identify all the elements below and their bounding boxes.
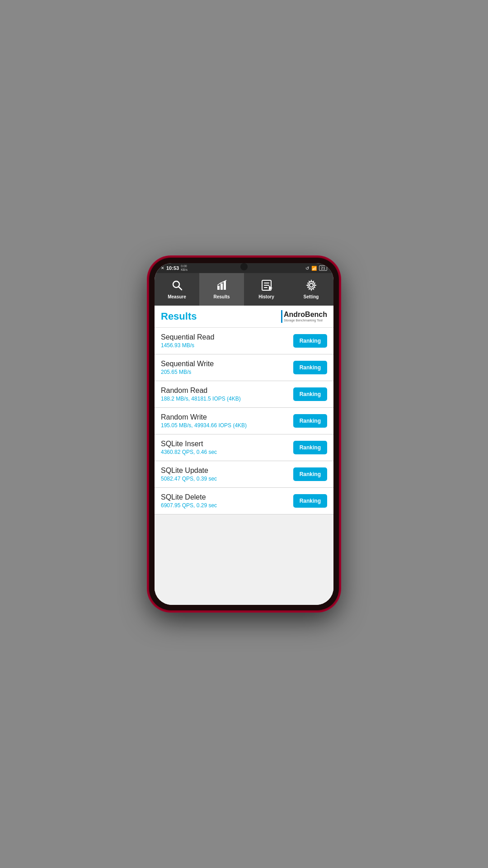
svg-point-11 bbox=[310, 283, 313, 287]
results-header: Results AndroBench Storage Benchmarking … bbox=[155, 306, 333, 328]
phone-shell: ✕ 10:53 0.00 KB/s ↺ 📶 21 bbox=[149, 258, 339, 610]
logo-main-text: AndroBench bbox=[284, 311, 327, 319]
tab-measure-label: Measure bbox=[168, 294, 186, 299]
setting-icon bbox=[305, 279, 317, 293]
benchmark-name: SQLite Delete bbox=[161, 493, 217, 501]
status-time: 10:53 bbox=[166, 265, 179, 271]
tab-measure[interactable]: Measure bbox=[155, 273, 199, 306]
logo-sub-text: Storage Benchmarking Tool bbox=[284, 319, 327, 322]
table-row: SQLite Insert 4360.82 QPS, 0.46 sec Rank… bbox=[155, 434, 333, 461]
table-row: Random Write 195.05 MB/s, 49934.66 IOPS … bbox=[155, 408, 333, 434]
svg-rect-3 bbox=[221, 283, 223, 290]
tab-bar: Measure Results bbox=[155, 273, 333, 306]
table-row: Sequential Read 1456.93 MB/s Ranking bbox=[155, 328, 333, 354]
results-icon bbox=[216, 279, 228, 293]
ranking-button-0[interactable]: Ranking bbox=[293, 334, 327, 348]
tab-results[interactable]: Results bbox=[199, 273, 244, 306]
wifi-icon: 📶 bbox=[311, 266, 317, 271]
status-x-icon: ✕ bbox=[161, 266, 164, 270]
benchmark-value: 6907.95 QPS, 0.29 sec bbox=[161, 502, 217, 509]
main-content: Results AndroBench Storage Benchmarking … bbox=[155, 306, 333, 605]
location-icon: ↺ bbox=[305, 266, 309, 271]
table-row: Sequential Write 205.65 MB/s Ranking bbox=[155, 354, 333, 381]
benchmark-name: Sequential Read bbox=[161, 333, 214, 341]
tab-history-label: History bbox=[258, 294, 274, 299]
status-left: ✕ 10:53 0.00 KB/s bbox=[161, 264, 188, 271]
svg-rect-2 bbox=[217, 286, 220, 290]
phone-screen: ✕ 10:53 0.00 KB/s ↺ 📶 21 bbox=[155, 263, 333, 605]
table-row: Random Read 188.2 MB/s, 48181.5 IOPS (4K… bbox=[155, 381, 333, 408]
logo-text-group: AndroBench Storage Benchmarking Tool bbox=[284, 311, 327, 322]
status-kb: 0.00 KB/s bbox=[181, 264, 188, 271]
svg-line-1 bbox=[178, 287, 182, 290]
tab-results-label: Results bbox=[213, 294, 230, 299]
benchmark-value: 1456.93 MB/s bbox=[161, 342, 214, 349]
benchmark-info: SQLite Update 5082.47 QPS, 0.39 sec bbox=[161, 467, 217, 482]
kb-up: 0.00 bbox=[181, 264, 188, 268]
ranking-button-2[interactable]: Ranking bbox=[293, 387, 327, 401]
benchmark-list: Sequential Read 1456.93 MB/s Ranking Seq… bbox=[155, 328, 333, 514]
benchmark-info: Random Write 195.05 MB/s, 49934.66 IOPS … bbox=[161, 413, 247, 429]
notch bbox=[240, 263, 248, 270]
benchmark-value: 5082.47 QPS, 0.39 sec bbox=[161, 476, 217, 482]
benchmark-value: 188.2 MB/s, 48181.5 IOPS (4KB) bbox=[161, 396, 241, 402]
benchmark-info: SQLite Delete 6907.95 QPS, 0.29 sec bbox=[161, 493, 217, 509]
tab-setting-label: Setting bbox=[304, 294, 319, 299]
benchmark-info: Sequential Write 205.65 MB/s bbox=[161, 360, 214, 375]
history-icon bbox=[261, 279, 272, 293]
ranking-button-6[interactable]: Ranking bbox=[293, 494, 327, 508]
benchmark-info: Sequential Read 1456.93 MB/s bbox=[161, 333, 214, 349]
status-right: ↺ 📶 21 bbox=[305, 265, 327, 271]
benchmark-name: Random Read bbox=[161, 387, 241, 395]
tab-history[interactable]: History bbox=[244, 273, 289, 306]
empty-space bbox=[155, 514, 333, 605]
benchmark-info: Random Read 188.2 MB/s, 48181.5 IOPS (4K… bbox=[161, 387, 241, 402]
ranking-button-4[interactable]: Ranking bbox=[293, 441, 327, 454]
benchmark-name: Random Write bbox=[161, 413, 247, 421]
battery-icon: 21 bbox=[319, 265, 327, 271]
ranking-button-3[interactable]: Ranking bbox=[293, 414, 327, 428]
benchmark-value: 4360.82 QPS, 0.46 sec bbox=[161, 449, 217, 455]
benchmark-value: 205.65 MB/s bbox=[161, 369, 214, 375]
tab-setting[interactable]: Setting bbox=[289, 273, 333, 306]
svg-rect-4 bbox=[224, 281, 226, 290]
results-title: Results bbox=[161, 311, 197, 322]
benchmark-info: SQLite Insert 4360.82 QPS, 0.46 sec bbox=[161, 440, 217, 455]
table-row: SQLite Delete 6907.95 QPS, 0.29 sec Rank… bbox=[155, 488, 333, 514]
measure-icon bbox=[171, 279, 183, 293]
benchmark-name: SQLite Update bbox=[161, 467, 217, 475]
logo-bar bbox=[281, 310, 282, 323]
ranking-button-1[interactable]: Ranking bbox=[293, 361, 327, 374]
androbench-logo: AndroBench Storage Benchmarking Tool bbox=[281, 310, 327, 323]
table-row: SQLite Update 5082.47 QPS, 0.39 sec Rank… bbox=[155, 461, 333, 488]
kb-down: KB/s bbox=[181, 268, 188, 272]
benchmark-value: 195.05 MB/s, 49934.66 IOPS (4KB) bbox=[161, 422, 247, 429]
benchmark-name: SQLite Insert bbox=[161, 440, 217, 448]
benchmark-name: Sequential Write bbox=[161, 360, 214, 368]
ranking-button-5[interactable]: Ranking bbox=[293, 467, 327, 481]
